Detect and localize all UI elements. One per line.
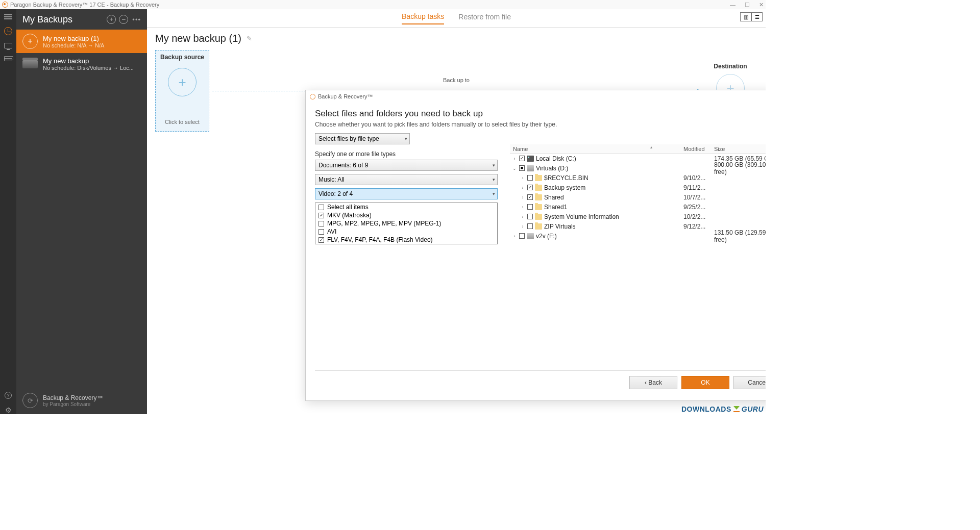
checkbox-icon (318, 229, 324, 235)
backup-name: My new backup (1) (43, 35, 141, 42)
expand-icon[interactable]: › (520, 195, 525, 200)
dialog-description: Choose whether you want to pick files an… (315, 121, 766, 128)
filetype-documents-select[interactable]: Documents: 6 of 9 (315, 160, 498, 171)
tab-restore[interactable]: Restore from file (458, 13, 511, 24)
backup-item[interactable]: My new backup No schedule: Disk/Volumes … (16, 53, 147, 75)
expand-icon[interactable]: › (520, 224, 525, 229)
tree-row[interactable]: ›System Volume Information10/2/2... (510, 212, 766, 221)
folder-icon (535, 204, 542, 210)
window-title: Paragon Backup & Recovery™ 17 CE - Backu… (10, 2, 159, 8)
maximize-button[interactable]: ☐ (745, 2, 750, 8)
tree-row[interactable]: ›v2v (F:)131.50 GB (129.59 GB free) (510, 231, 766, 241)
product-name: Backup & Recovery™ (43, 394, 103, 401)
disk-stack-icon (22, 60, 38, 68)
video-option[interactable]: MPG, MP2, MPEG, MPE, MPV (MPEG-1) (315, 219, 497, 228)
tree-row[interactable]: ⌄■Virtuals (D:)800.00 GB (309.10 GB free… (510, 163, 766, 173)
minimize-button[interactable]: — (730, 2, 736, 8)
disk-icon (527, 165, 534, 171)
video-option[interactable]: ✓MKV (Matroska) (315, 211, 497, 219)
folder-icon (535, 175, 542, 181)
watermark: DOWNLOADS GURU (681, 405, 764, 413)
product-by: by Paragon Software (43, 401, 103, 407)
checkbox-icon[interactable] (519, 233, 525, 239)
checkbox-icon: ✓ (318, 237, 324, 243)
expand-icon[interactable]: ⌄ (512, 166, 517, 171)
checkbox-icon[interactable] (527, 214, 533, 219)
more-menu-button[interactable]: ••• (132, 16, 141, 23)
tree-row[interactable]: ›✓Backup system9/11/2... (510, 183, 766, 192)
product-icon: ⟳ (22, 393, 38, 408)
checkbox-icon[interactable]: ✓ (527, 194, 533, 200)
video-option[interactable]: AVI (315, 228, 497, 236)
download-icon (733, 406, 740, 412)
specify-label: Specify one or more file types (315, 150, 499, 158)
remove-backup-button[interactable]: – (119, 15, 128, 24)
sort-indicator-icon: ▴ (650, 145, 652, 149)
filetype-video-select[interactable]: Video: 2 of 4 (315, 188, 498, 199)
window-titlebar: Paragon Backup & Recovery™ 17 CE - Backu… (0, 0, 766, 9)
menu-icon[interactable] (4, 13, 13, 20)
folder-icon (535, 214, 542, 220)
settings-icon[interactable]: ⚙ (5, 406, 12, 414)
checkbox-icon[interactable] (527, 204, 533, 210)
checkbox-icon (318, 205, 324, 210)
dialog-heading: Select files and folders you need to bac… (315, 109, 766, 119)
tree-row[interactable]: ›✓Shared10/7/2... (510, 192, 766, 202)
plus-icon: + (168, 68, 197, 96)
close-button[interactable]: ✕ (759, 2, 764, 8)
left-nav-rail: ? ⚙ (0, 9, 16, 414)
source-label: Backup source (160, 54, 204, 61)
video-option[interactable]: Select all items (315, 203, 497, 211)
checkbox-icon[interactable]: ■ (519, 165, 525, 171)
backup-sub: No schedule: N/A → N/A (43, 42, 141, 48)
view-list-button[interactable]: ☰ (751, 12, 763, 21)
backup-source-box[interactable]: Backup source + Click to select (155, 50, 209, 132)
backup-item-active[interactable]: + My new backup (1) No schedule: N/A → N… (16, 30, 147, 53)
ok-button[interactable]: OK (681, 376, 729, 389)
checkbox-icon[interactable] (527, 175, 533, 181)
backup-to-label: Back up to (443, 77, 470, 83)
expand-icon[interactable]: › (520, 185, 525, 190)
tab-backup-tasks[interactable]: Backup tasks (402, 12, 444, 24)
expand-icon[interactable]: › (512, 234, 517, 239)
back-button[interactable]: ‹ Back (629, 376, 677, 389)
edit-icon[interactable]: ✎ (247, 35, 252, 42)
expand-icon[interactable]: › (520, 205, 525, 210)
app-logo-icon (2, 2, 8, 8)
filetype-music-select[interactable]: Music: All (315, 174, 498, 185)
drives-icon[interactable] (4, 56, 13, 63)
view-grid-button[interactable]: ▥ (740, 12, 751, 21)
backup-sub: No schedule: Disk/Volumes → Loc... (43, 65, 141, 71)
select-files-dialog: Backup & Recovery™ ✕ Select files and fo… (305, 90, 766, 401)
col-modified[interactable]: Modified (683, 146, 714, 152)
video-option[interactable]: ✓FLV, F4V, F4P, F4A, F4B (Flash Video) (315, 236, 497, 244)
folder-icon (535, 223, 542, 230)
file-tree: Name ▴ Modified Size ›✓Local Disk (C:)17… (510, 144, 766, 244)
col-name[interactable]: Name (510, 146, 683, 152)
cancel-button[interactable]: Cancel (733, 376, 766, 389)
help-icon[interactable]: ? (5, 392, 12, 399)
expand-icon[interactable]: › (512, 156, 517, 161)
add-backup-button[interactable]: + (107, 15, 116, 24)
checkbox-icon[interactable]: ✓ (527, 185, 533, 190)
expand-icon[interactable]: › (520, 214, 525, 219)
disk-icon (527, 233, 534, 239)
col-size[interactable]: Size (714, 146, 766, 152)
checkbox-icon[interactable]: ✓ (519, 156, 525, 161)
computer-icon[interactable] (4, 42, 13, 49)
sidebar: My Backups + – ••• + My new backup (1) N… (16, 9, 147, 414)
page-title: My new backup (1) (155, 33, 241, 44)
click-to-select: Click to select (165, 119, 200, 125)
sidebar-title: My Backups (22, 14, 104, 25)
checkbox-icon (318, 221, 324, 226)
checkbox-icon[interactable] (527, 223, 533, 229)
dialog-title: Backup & Recovery™ (318, 93, 373, 99)
hdd-icon (527, 156, 534, 162)
tree-row[interactable]: ›Shared19/25/2... (510, 202, 766, 212)
select-mode-dropdown[interactable]: Select files by file type (315, 133, 410, 144)
folder-icon (535, 185, 542, 191)
plus-circle-icon: + (22, 34, 38, 49)
expand-icon[interactable]: › (520, 175, 525, 181)
dialog-logo-icon (310, 94, 315, 99)
recent-icon[interactable] (4, 28, 13, 35)
